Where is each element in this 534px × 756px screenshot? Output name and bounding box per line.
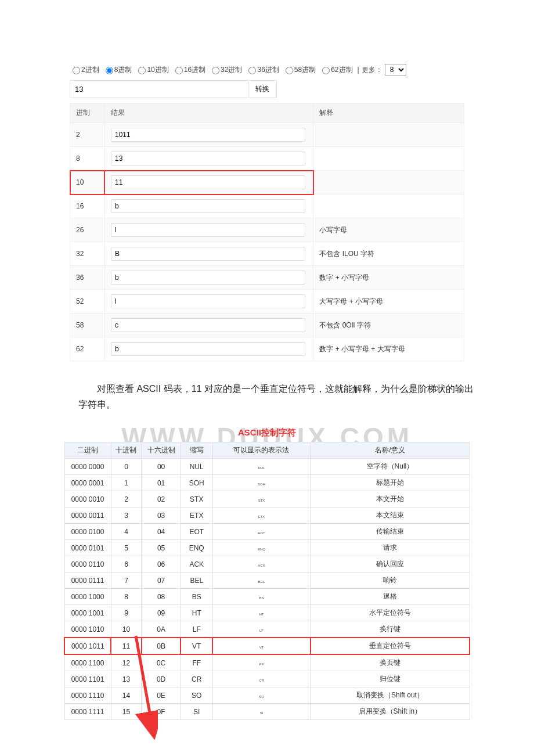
table-row: 0000 1010100ALFLF换行键 [64, 621, 470, 638]
base-radio-label: 10进制 [147, 65, 168, 75]
cell-display: FF [212, 654, 311, 671]
table-row: 2 [70, 123, 464, 147]
convert-input[interactable] [70, 80, 248, 98]
result-input[interactable] [111, 247, 305, 261]
more-select[interactable]: 8 [385, 64, 406, 75]
cell-abbr: VT [181, 638, 212, 654]
base-radio-input[interactable] [73, 67, 80, 74]
base-radio[interactable]: 32进制 [209, 65, 242, 75]
cell-bin: 0000 0111 [64, 573, 111, 589]
cell-display: ACK [212, 556, 311, 573]
result-input[interactable] [111, 294, 305, 308]
cell-name: 传输结束 [311, 524, 470, 540]
base-radio-label: 8进制 [114, 65, 132, 75]
cell-abbr: FF [181, 654, 212, 671]
base-radio-label: 16进制 [184, 65, 205, 75]
cell-dec: 8 [111, 589, 142, 605]
cell-hex: 0D [142, 671, 181, 687]
cell-base: 26 [70, 218, 105, 242]
ascii-col-bin: 二进制 [64, 442, 111, 459]
cell-hex: 0B [142, 638, 181, 654]
cell-name: 归位键 [311, 671, 470, 687]
result-input[interactable] [111, 199, 305, 213]
cell-abbr: CR [181, 671, 212, 687]
cell-dec: 9 [111, 605, 142, 621]
ascii-col-name: 名称/意义 [311, 442, 470, 459]
cell-dec: 15 [111, 704, 142, 720]
base-radio-input[interactable] [286, 67, 293, 74]
table-row: 0000 0011303ETXETX本文结束 [64, 507, 470, 524]
cell-bin: 0000 1010 [64, 621, 111, 638]
cell-name: 响铃 [311, 573, 470, 589]
base-radio[interactable]: 10进制 [135, 65, 168, 75]
base-radio-input[interactable] [175, 67, 183, 74]
result-input[interactable] [111, 128, 305, 142]
ascii-col-disp: 可以显示的表示法 [212, 442, 311, 459]
base-radio[interactable]: 62进制 [319, 65, 352, 75]
table-row: 0000 1111150FSISI启用变换（Shift in） [64, 704, 470, 720]
result-input[interactable] [111, 271, 305, 285]
cell-bin: 0000 0011 [64, 507, 111, 524]
cell-bin: 0000 1111 [64, 704, 111, 720]
cell-base: 58 [70, 314, 105, 337]
cell-name: 空字符（Null） [311, 459, 470, 475]
cell-explain: 不包含 ILOU 字符 [313, 242, 464, 266]
base-radio-input[interactable] [322, 67, 330, 74]
cell-hex: 05 [142, 540, 181, 556]
base-radio[interactable]: 36进制 [246, 65, 279, 75]
cell-hex: 0E [142, 687, 181, 704]
result-input[interactable] [111, 223, 305, 237]
cell-explain [313, 123, 464, 147]
table-row: 58不包含 0OlI 字符 [70, 314, 464, 337]
result-input[interactable] [111, 342, 305, 356]
cell-dec: 1 [111, 475, 142, 491]
base-radio-input[interactable] [138, 67, 146, 74]
cell-base: 52 [70, 290, 105, 314]
convert-button[interactable]: 转换 [248, 80, 277, 98]
cell-hex: 09 [142, 605, 181, 621]
result-input[interactable] [111, 152, 305, 165]
cell-base: 8 [70, 147, 105, 171]
base-radio-input[interactable] [212, 67, 219, 74]
ascii-col-hex: 十六进制 [142, 442, 181, 459]
cell-hex: 06 [142, 556, 181, 573]
cell-hex: 02 [142, 491, 181, 507]
base-radio[interactable]: 2进制 [70, 65, 99, 75]
cell-hex: 0C [142, 654, 181, 671]
base-radio[interactable]: 8进制 [103, 65, 132, 75]
base-radio-input[interactable] [106, 67, 113, 74]
cell-result [104, 147, 313, 171]
cell-hex: 0F [142, 704, 181, 720]
cell-base: 36 [70, 266, 105, 290]
cell-dec: 5 [111, 540, 142, 556]
cell-explain [313, 171, 464, 195]
more-label: 更多： [362, 65, 383, 75]
cell-display: CR [212, 671, 311, 687]
table-row: 10 [70, 171, 464, 195]
conversion-table: 进制 结果 解释 28101626小写字母32不包含 ILOU 字符36数字 +… [70, 103, 464, 361]
cell-bin: 0000 0001 [64, 475, 111, 491]
cell-base: 32 [70, 242, 105, 266]
cell-dec: 12 [111, 654, 142, 671]
cell-bin: 0000 1001 [64, 605, 111, 621]
cell-display: STX [212, 491, 311, 507]
cell-bin: 0000 1101 [64, 671, 111, 687]
ascii-table: 二进制 十进制 十六进制 缩写 可以显示的表示法 名称/意义 0000 0000… [64, 442, 470, 720]
result-input[interactable] [111, 175, 305, 189]
table-row: 0000 1001909HTHT水平定位符号 [64, 605, 470, 621]
cell-abbr: NUL [181, 459, 212, 475]
cell-result [104, 314, 313, 337]
cell-explain: 大写字母 + 小写字母 [313, 290, 464, 314]
table-row: 0000 0001101SOHSOH标题开始 [64, 475, 470, 491]
base-converter: 2进制8进制10进制16进制32进制36进制58进制62进制| 更多： 8 转换… [70, 64, 464, 361]
col-base: 进制 [70, 103, 105, 123]
base-radio[interactable]: 16进制 [172, 65, 205, 75]
cell-display: EOT [212, 524, 311, 540]
cell-bin: 0000 1100 [64, 654, 111, 671]
cell-name: 请求 [311, 540, 470, 556]
base-radio-input[interactable] [248, 67, 256, 74]
result-input[interactable] [111, 318, 305, 332]
base-radio[interactable]: 58进制 [283, 65, 316, 75]
cell-base: 62 [70, 337, 105, 361]
base-radio-label: 62进制 [331, 65, 352, 75]
